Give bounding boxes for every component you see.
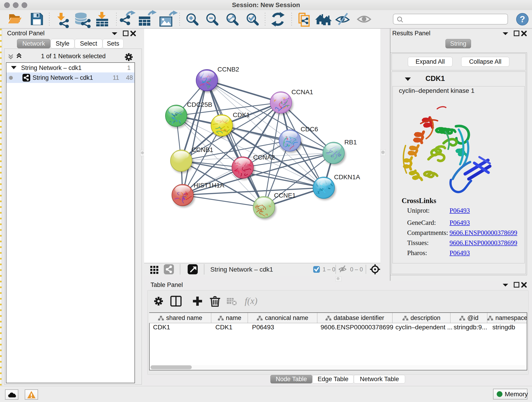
svg-text:1 – 0: 1 – 0 — [323, 266, 336, 273]
svg-text:CCNB1: CCNB1 — [191, 146, 213, 153]
svg-text:?: ? — [520, 14, 525, 24]
svg-text:CDC25B: CDC25B — [187, 101, 212, 108]
svg-text:String Network – cdk1: String Network – cdk1 — [210, 266, 273, 273]
svg-text:CCNB2: CCNB2 — [217, 66, 239, 73]
svg-text:CCNA2: CCNA2 — [253, 154, 275, 161]
svg-text:0 – 0: 0 – 0 — [350, 266, 363, 273]
svg-text:CDC6: CDC6 — [301, 126, 318, 133]
svg-text:HIST1H1A: HIST1H1A — [194, 182, 224, 189]
svg-text:CCNA1: CCNA1 — [291, 89, 313, 96]
svg-text:CDKN1A: CDKN1A — [334, 173, 360, 181]
svg-text:CDK1: CDK1 — [233, 111, 250, 119]
svg-text:CCNE1: CCNE1 — [274, 192, 296, 199]
svg-text:RB1: RB1 — [344, 139, 357, 146]
svg-text:f(x): f(x) — [245, 296, 258, 306]
